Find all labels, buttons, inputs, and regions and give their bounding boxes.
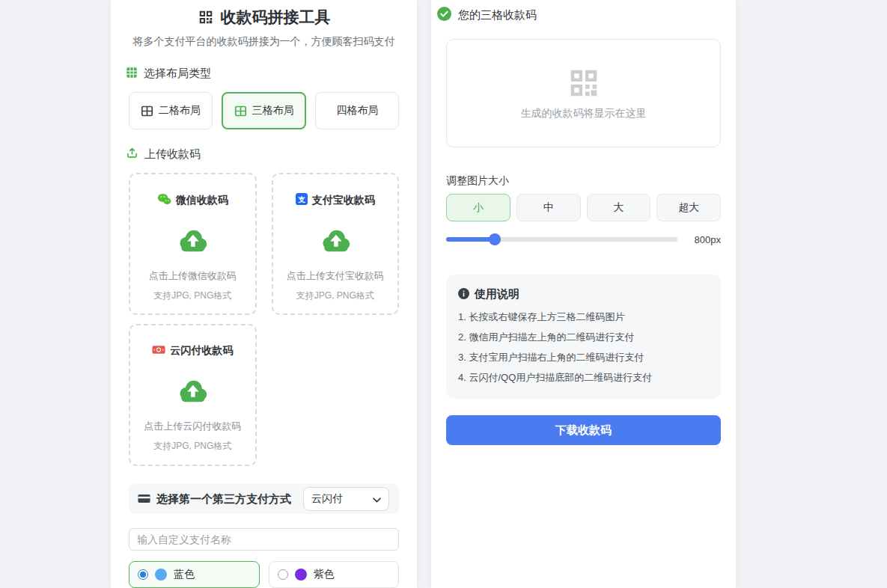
alipay-icon: 支 <box>296 193 308 207</box>
page-subtitle: 将多个支付平台的收款码拼接为一个，方便顾客扫码支付 <box>129 35 399 49</box>
slider-value: 800px <box>686 234 721 245</box>
instructions-box: 使用说明 1. 长按或右键保存上方三格二维码图片 2. 微信用户扫描左上角的二维… <box>446 275 721 399</box>
table-icon <box>234 105 247 117</box>
radio-icon[interactable] <box>138 569 148 580</box>
payment-method-row: 选择第一个第三方支付方式 云闪付 <box>129 484 399 514</box>
result-panel: 您的三格收款码 生成的收款码将显示在这里 调整图片大小 小 中 大 超大 800… <box>431 0 736 588</box>
upload-section-label: 上传收款码 <box>126 147 399 161</box>
size-section-label: 调整图片大小 <box>446 174 721 186</box>
radio-icon[interactable] <box>278 569 288 580</box>
credit-card-icon <box>138 493 150 506</box>
upload-card-hint: 点击上传支付宝收款码 <box>287 269 384 283</box>
upload-card-formats: 支持JPG, PNG格式 <box>153 440 231 453</box>
qrcode-placeholder-icon <box>567 66 601 100</box>
upload-card-hint: 点击上传微信收款码 <box>149 269 237 283</box>
preview-placeholder-text: 生成的收款码将显示在这里 <box>521 107 647 120</box>
color-swatch-blue <box>155 569 167 581</box>
slider-fill <box>446 237 495 242</box>
size-option-xlarge[interactable]: 超大 <box>656 194 721 221</box>
color-options: 蓝色 紫色 <box>129 561 399 588</box>
color-option-label: 蓝色 <box>174 568 195 581</box>
check-circle-icon <box>437 7 451 23</box>
upload-card-title: 云闪付收款码 <box>170 344 233 358</box>
instruction-item: 4. 云闪付/QQ用户扫描底部的二维码进行支付 <box>458 373 709 382</box>
table-icon <box>141 105 153 117</box>
instruction-item: 2. 微信用户扫描左上角的二维码进行支付 <box>458 332 709 342</box>
upload-card-hint: 点击上传云闪付收款码 <box>144 420 241 433</box>
cloud-upload-icon <box>319 227 352 257</box>
layout-options: 二格布局 三格布局 四格布局 <box>129 92 399 129</box>
unionpay-icon <box>152 345 165 357</box>
payment-method-select[interactable]: 云闪付 <box>303 487 389 511</box>
builder-panel: 收款码拼接工具 将多个支付平台的收款码拼接为一个，方便顾客扫码支付 选择布局类型… <box>111 0 417 588</box>
qrcode-icon <box>198 9 214 25</box>
page-title: 收款码拼接工具 <box>129 7 399 26</box>
size-option-medium[interactable]: 中 <box>516 194 581 221</box>
payment-method-selected-value: 云闪付 <box>311 492 343 506</box>
upload-card-unionpay[interactable]: 云闪付收款码 点击上传云闪付收款码 支持JPG, PNG格式 <box>129 324 257 466</box>
info-icon <box>458 288 469 301</box>
instruction-item: 3. 支付宝用户扫描右上角的二维码进行支付 <box>458 352 709 362</box>
qrcode-preview-box: 生成的收款码将显示在这里 <box>446 39 721 147</box>
cloud-upload-icon <box>176 377 209 408</box>
upload-card-title: 微信收款码 <box>176 194 228 207</box>
color-option-label: 紫色 <box>314 568 335 581</box>
layout-option-four-grid[interactable]: 四格布局 <box>315 92 399 129</box>
preview-header: 您的三格收款码 <box>437 7 721 22</box>
instructions-title: 使用说明 <box>458 287 709 301</box>
upload-tray-icon <box>126 147 138 162</box>
color-option-purple[interactable]: 紫色 <box>269 561 400 588</box>
page: { "app": { "title": "收款码拼接工具", "subtitle… <box>0 0 887 588</box>
grid-icon <box>126 67 138 81</box>
upload-card-wechat[interactable]: 微信收款码 点击上传微信收款码 支持JPG, PNG格式 <box>129 173 257 315</box>
upload-card-formats: 支持JPG, PNG格式 <box>296 290 374 302</box>
size-slider[interactable] <box>446 237 677 242</box>
custom-payment-name-input[interactable] <box>129 528 399 551</box>
size-slider-row: 800px <box>446 233 721 245</box>
slider-thumb[interactable] <box>489 233 501 245</box>
page-title-text: 收款码拼接工具 <box>221 7 331 28</box>
upload-card-title: 支付宝收款码 <box>312 194 375 207</box>
size-option-small[interactable]: 小 <box>446 194 510 221</box>
instruction-item: 1. 长按或右键保存上方三格二维码图片 <box>458 312 709 322</box>
size-options: 小 中 大 超大 <box>446 194 721 221</box>
color-option-blue[interactable]: 蓝色 <box>129 561 260 588</box>
payment-method-label: 选择第一个第三方支付方式 <box>138 492 291 506</box>
wechat-icon <box>157 193 171 207</box>
download-button[interactable]: 下载收款码 <box>446 415 721 445</box>
layout-option-two-grid[interactable]: 二格布局 <box>129 92 213 129</box>
layout-option-three-grid[interactable]: 三格布局 <box>222 92 307 129</box>
chevron-down-icon <box>373 493 381 505</box>
upload-card-alipay[interactable]: 支 支付宝收款码 点击上传支付宝收款码 支持JPG, PNG格式 <box>272 173 400 315</box>
svg-text:支: 支 <box>297 195 305 203</box>
cloud-upload-icon <box>176 227 209 257</box>
color-swatch-purple <box>295 569 307 581</box>
size-option-large[interactable]: 大 <box>587 194 651 221</box>
upload-card-formats: 支持JPG, PNG格式 <box>153 290 231 302</box>
upload-cards: 微信收款码 点击上传微信收款码 支持JPG, PNG格式 支 <box>129 173 399 466</box>
layout-section-label: 选择布局类型 <box>126 67 399 80</box>
